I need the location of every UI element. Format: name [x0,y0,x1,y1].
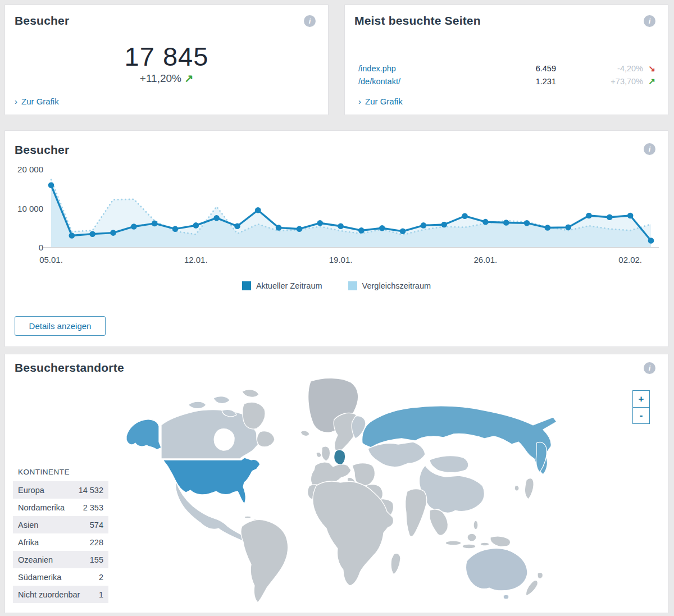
info-icon[interactable]: i [304,15,316,27]
info-icon[interactable]: i [644,15,655,27]
page-link[interactable]: /de/kontakt/ [358,77,400,86]
info-icon[interactable]: i [644,143,655,155]
indonesia-island [462,544,476,549]
visitors-to-chart-link[interactable]: ›Zur Grafik [15,97,59,106]
southeast-asia [430,509,448,535]
visitors-change: +11,20% ↗ [5,72,328,85]
info-icon[interactable]: i [644,362,655,374]
arctic-island [242,390,259,398]
new-zealand-south [526,581,538,596]
svg-text:05.01.: 05.01. [39,255,63,264]
show-details-button[interactable]: Details anzeigen [15,316,106,336]
visitors-total-value: 17 845 [5,41,328,72]
visitors-card-title: Besucher [15,14,69,28]
map-zoom-controls: + - [632,390,650,424]
page-change-percent: -4,20% [556,64,643,73]
table-row: Europa14 532 [13,481,108,499]
page-change-percent: +73,70% [556,77,643,86]
dashboard: Besucher i 17 845 +11,20% ↗ ›Zur Grafik … [0,0,674,616]
table-row: /de/kontakt/ 1.231 +73,70% ↗ [358,75,655,88]
legend-item-current: Aktueller Zeitraum [242,281,322,290]
continents-table-header: KONTINENTE [18,468,108,476]
visitors-chart-svg[interactable]: 20 00010 000005.01.12.01.19.01.26.01.02.… [15,165,661,272]
great-britain [321,446,330,461]
visitor-locations-card: Besucherstandorte i + - KONTINENTE Europ… [4,354,668,613]
legend-swatch-current [242,281,251,290]
table-row: Südamerika2 [13,568,108,586]
top-pages-to-chart-link[interactable]: ›Zur Grafik [358,97,403,106]
chart-card-title: Besucher [15,143,69,157]
svg-text:20 000: 20 000 [17,165,43,174]
page-visits-value: 6.459 [494,64,556,73]
table-row: Asien574 [13,516,108,533]
svg-text:0: 0 [39,243,43,252]
indonesia-island [445,541,461,545]
table-row: Ozeanien155 [13,551,108,568]
trend-up-arrow-icon: ↗ [184,72,193,84]
ireland [316,453,321,458]
svg-text:02.02.: 02.02. [618,255,642,264]
table-row: Nordamerika2 353 [13,499,108,516]
legend-label: Vergleichszeitraum [362,281,431,290]
ne-canada [257,431,275,447]
new-guinea [490,536,511,546]
continents-table: KONTINENTE Europa14 532 Nordamerika2 353… [13,468,108,603]
arctic-island [213,396,230,404]
tasmania [503,595,509,599]
world-map[interactable] [110,376,576,612]
chart-legend: Aktueller Zeitraum Vergleichszeitraum [5,281,668,290]
south-america [241,519,288,603]
svg-text:12.01.: 12.01. [184,255,208,264]
mongolia [430,456,468,473]
legend-swatch-compare [348,281,357,290]
chevron-right-icon: › [15,97,17,106]
arctic-island [188,401,206,409]
top-pages-list: /index.php 6.459 -4,20% ↘ /de/kontakt/ 1… [358,62,655,88]
legend-label: Aktueller Zeitraum [256,281,322,290]
table-row: Nicht zuordenbar1 [13,586,108,603]
table-row: /index.php 6.459 -4,20% ↘ [358,62,655,75]
trend-down-arrow-icon: ↘ [643,63,655,74]
country-usa[interactable] [163,458,260,504]
legend-item-compare: Vergleichszeitraum [348,281,431,290]
continents-rows: Europa14 532 Nordamerika2 353 Asien574 A… [13,481,108,603]
svg-text:10 000: 10 000 [17,204,43,213]
borneo [467,533,476,541]
trend-up-arrow-icon: ↗ [643,76,655,86]
baffin-island [243,402,265,429]
visitors-line-chart[interactable]: 20 00010 000005.01.12.01.19.01.26.01.02.… [15,165,661,272]
madagascar [391,553,400,574]
locations-card-title: Besucherstandorte [15,361,124,375]
hudson-bay [214,429,234,450]
map-zoom-out-button[interactable]: - [633,407,649,423]
country-alaska[interactable] [126,419,161,450]
iceland [300,431,309,436]
new-zealand-north [538,572,543,578]
philippines [473,521,478,530]
india [406,489,427,537]
visitors-summary-card: Besucher i 17 845 +11,20% ↗ ›Zur Grafik [4,4,329,115]
table-row: Afrika228 [13,533,108,551]
central-asia [368,442,425,467]
japan [525,478,534,499]
top-pages-card-title: Meist besuchte Seiten [354,14,481,28]
visitors-change-value: +11,20% [140,72,181,84]
map-zoom-in-button[interactable]: + [633,391,649,407]
country-germany[interactable] [334,450,345,465]
top-pages-card: Meist besuchte Seiten i /index.php 6.459… [344,4,668,115]
country-australia[interactable] [466,548,527,590]
page-link[interactable]: /index.php [358,64,396,73]
korea [514,485,519,491]
indonesia-island [480,542,489,546]
page-visits-value: 1.231 [494,77,556,86]
svg-text:19.01.: 19.01. [329,255,353,264]
svg-text:26.01.: 26.01. [474,255,498,264]
caribbean-island [244,516,251,518]
chevron-right-icon: › [358,97,361,106]
visitors-chart-card: Besucher i 20 00010 000005.01.12.01.19.0… [4,130,668,347]
